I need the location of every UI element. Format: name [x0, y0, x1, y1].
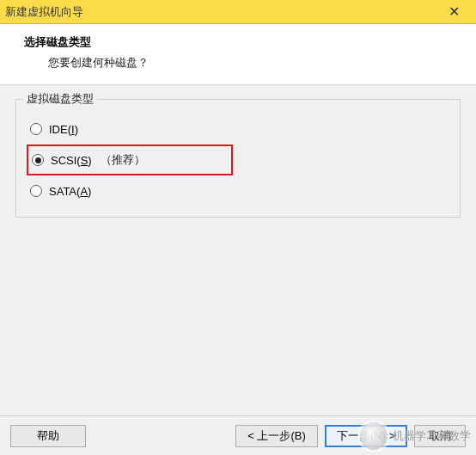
radio-scsi-highlight: SCSI(S) （推荐） — [27, 144, 233, 175]
titlebar: 新建虚拟机向导 ✕ — [0, 0, 476, 24]
help-button[interactable]: 帮助 — [10, 425, 86, 447]
wizard-footer: 帮助 < 上一步(B) 下一步(N) > 取消 — [0, 415, 476, 455]
radio-scsi[interactable]: SCSI(S) （推荐） — [32, 152, 145, 168]
window-title: 新建虚拟机向导 — [5, 4, 436, 20]
radio-sata[interactable]: SATA(A) — [27, 177, 449, 205]
next-button[interactable]: 下一步(N) > — [325, 425, 407, 447]
close-icon[interactable]: ✕ — [436, 0, 471, 24]
radio-icon — [32, 154, 44, 166]
radio-label: SCSI(S) — [51, 154, 92, 167]
disk-type-group: 虚拟磁盘类型 IDE(I) SCSI(S) （推荐） SATA(A) — [15, 99, 461, 218]
radio-icon — [30, 185, 42, 197]
radio-ide[interactable]: IDE(I) — [27, 115, 449, 143]
group-title: 虚拟磁盘类型 — [23, 91, 97, 107]
radio-label: SATA(A) — [49, 185, 91, 198]
page-subtitle: 您要创建何种磁盘？ — [48, 55, 452, 71]
radio-suffix: （推荐） — [101, 152, 145, 168]
back-button[interactable]: < 上一步(B) — [235, 425, 318, 447]
cancel-button[interactable]: 取消 — [414, 425, 466, 447]
content-area: 虚拟磁盘类型 IDE(I) SCSI(S) （推荐） SATA(A) — [0, 85, 476, 218]
radio-icon — [30, 123, 42, 135]
wizard-header: 选择磁盘类型 您要创建何种磁盘？ — [0, 24, 476, 85]
radio-label: IDE(I) — [49, 123, 78, 136]
page-title: 选择磁盘类型 — [24, 34, 452, 50]
